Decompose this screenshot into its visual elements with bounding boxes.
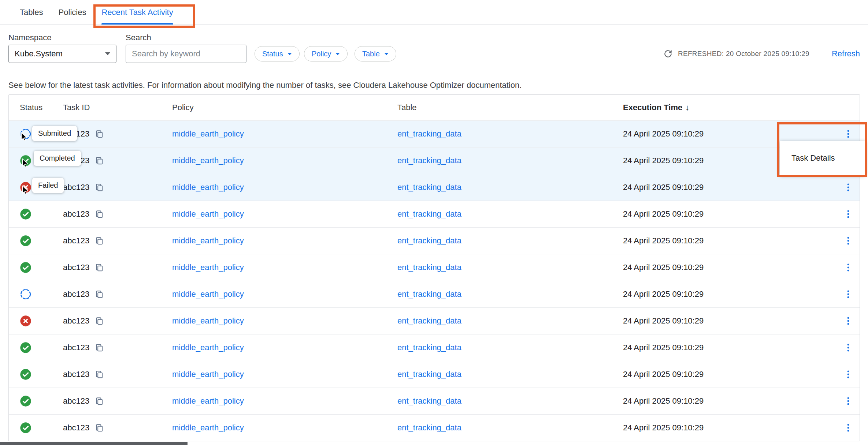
copy-icon[interactable]	[94, 263, 104, 272]
policy-link[interactable]: middle_earth_policy	[172, 236, 244, 245]
table-link[interactable]: ent_tracking_data	[397, 183, 461, 192]
tooltip-failed: Failed	[32, 178, 64, 193]
completed-status-icon[interactable]	[20, 395, 31, 407]
copy-icon[interactable]	[94, 370, 104, 379]
copy-icon[interactable]	[94, 156, 104, 165]
column-header-execution-time[interactable]: Execution Time↓	[623, 103, 818, 112]
table-row: abc123 middle_earth_policy ent_tracking_…	[9, 414, 860, 441]
copy-icon[interactable]	[94, 316, 104, 326]
policy-filter-dropdown[interactable]: Policy	[304, 46, 348, 61]
copy-icon[interactable]	[94, 209, 104, 219]
kebab-menu-icon[interactable]	[842, 422, 854, 434]
horizontal-scrollbar-thumb[interactable]	[0, 442, 188, 445]
table-body: abc123 middle_earth_policy ent_tracking_…	[9, 120, 860, 441]
copy-icon[interactable]	[94, 129, 104, 139]
table-link[interactable]: ent_tracking_data	[397, 423, 461, 432]
table-link[interactable]: ent_tracking_data	[397, 236, 461, 245]
table-link[interactable]: ent_tracking_data	[397, 263, 461, 272]
policy-link[interactable]: middle_earth_policy	[172, 316, 244, 325]
copy-icon[interactable]	[94, 183, 104, 192]
column-header-task-id[interactable]: Task ID	[63, 103, 90, 112]
kebab-menu-icon[interactable]	[842, 368, 854, 381]
chevron-down-icon	[335, 53, 340, 55]
table-link[interactable]: ent_tracking_data	[397, 209, 461, 218]
policy-link[interactable]: middle_earth_policy	[172, 289, 244, 299]
completed-status-icon[interactable]	[20, 235, 31, 247]
tooltip-completed: Completed	[34, 151, 81, 166]
execution-time-value: 24 April 2025 09:10:29	[623, 396, 704, 405]
completed-status-icon[interactable]	[20, 262, 31, 273]
column-header-status[interactable]: Status	[20, 103, 42, 112]
table-header-row: Status Task ID Policy Table Execution Ti…	[9, 95, 860, 120]
table-row: abc123 middle_earth_policy ent_tracking_…	[9, 227, 860, 254]
copy-icon[interactable]	[94, 423, 104, 433]
policy-link[interactable]: middle_earth_policy	[172, 423, 244, 432]
kebab-menu-icon[interactable]	[842, 208, 854, 220]
table-link[interactable]: ent_tracking_data	[397, 370, 461, 379]
copy-icon[interactable]	[94, 396, 104, 406]
kebab-menu-icon[interactable]	[842, 288, 854, 300]
completed-status-icon[interactable]	[20, 208, 31, 220]
column-header-table[interactable]: Table	[397, 103, 417, 112]
copy-icon[interactable]	[94, 289, 104, 299]
filters-bar: Namespace Search Kube.System Status Poli…	[0, 25, 868, 80]
failed-status-icon[interactable]	[20, 315, 31, 327]
menu-item-task-details[interactable]: Task Details	[780, 153, 865, 163]
namespace-select-value: Kube.System	[15, 49, 63, 59]
table-row: abc123 middle_earth_policy ent_tracking_…	[9, 361, 860, 388]
completed-status-icon[interactable]	[20, 369, 31, 380]
table-link[interactable]: ent_tracking_data	[397, 156, 461, 165]
status-filter-label: Status	[262, 50, 283, 58]
kebab-menu-icon[interactable]	[842, 181, 854, 194]
policy-link[interactable]: middle_earth_policy	[172, 129, 244, 138]
table-link[interactable]: ent_tracking_data	[397, 129, 461, 138]
refresh-icon[interactable]	[663, 49, 673, 59]
copy-icon[interactable]	[94, 343, 104, 352]
namespace-select[interactable]: Kube.System	[8, 45, 116, 63]
search-input[interactable]	[126, 45, 246, 63]
submitted-status-icon[interactable]	[20, 288, 31, 300]
execution-time-label: Execution Time	[623, 103, 682, 112]
policy-link[interactable]: middle_earth_policy	[172, 396, 244, 405]
table-link[interactable]: ent_tracking_data	[397, 343, 461, 352]
table-row: abc123 middle_earth_policy ent_tracking_…	[9, 334, 860, 361]
chevron-down-icon	[105, 52, 110, 55]
execution-time-value: 24 April 2025 09:10:29	[623, 183, 704, 192]
table-link[interactable]: ent_tracking_data	[397, 396, 461, 405]
execution-time-value: 24 April 2025 09:10:29	[623, 343, 704, 352]
policy-link[interactable]: middle_earth_policy	[172, 343, 244, 352]
completed-status-icon[interactable]	[20, 342, 31, 354]
refresh-status-group: REFRESHED: 20 October 2025 09:10:29 Refr…	[663, 45, 868, 63]
namespace-label: Namespace	[8, 33, 51, 42]
refreshed-timestamp: REFRESHED: 20 October 2025 09:10:29	[678, 50, 809, 58]
kebab-menu-icon[interactable]	[842, 261, 854, 274]
execution-time-value: 24 April 2025 09:10:29	[623, 209, 704, 218]
table-link[interactable]: ent_tracking_data	[397, 316, 461, 325]
table-link[interactable]: ent_tracking_data	[397, 289, 461, 299]
tab-policies[interactable]: Policies	[59, 0, 86, 25]
tab-recent-task-activity[interactable]: Recent Task Activity	[101, 0, 173, 25]
policy-link[interactable]: middle_earth_policy	[172, 156, 244, 165]
column-header-policy[interactable]: Policy	[172, 103, 194, 112]
page-description: See below for the latest task activities…	[8, 80, 868, 91]
policy-link[interactable]: middle_earth_policy	[172, 209, 244, 218]
table-filter-dropdown[interactable]: Table	[355, 46, 396, 61]
tab-tables[interactable]: Tables	[20, 0, 43, 25]
copy-icon[interactable]	[94, 236, 104, 246]
tab-bar: Tables Policies Recent Task Activity	[0, 0, 868, 25]
policy-link[interactable]: middle_earth_policy	[172, 370, 244, 379]
task-id-value: abc123	[63, 316, 89, 326]
kebab-menu-icon[interactable]	[842, 128, 854, 140]
table-row: abc123 middle_earth_policy ent_tracking_…	[9, 307, 860, 334]
completed-status-icon[interactable]	[20, 422, 31, 434]
policy-link[interactable]: middle_earth_policy	[172, 183, 244, 192]
kebab-menu-icon[interactable]	[842, 315, 854, 327]
policy-link[interactable]: middle_earth_policy	[172, 263, 244, 272]
refresh-button[interactable]: Refresh	[822, 49, 868, 59]
status-filter-dropdown[interactable]: Status	[255, 46, 300, 61]
execution-time-value: 24 April 2025 09:10:29	[623, 423, 704, 432]
kebab-menu-icon[interactable]	[842, 341, 854, 354]
kebab-menu-icon[interactable]	[842, 235, 854, 247]
kebab-menu-icon[interactable]	[842, 395, 854, 407]
table-row: abc123 middle_earth_policy ent_tracking_…	[9, 254, 860, 281]
